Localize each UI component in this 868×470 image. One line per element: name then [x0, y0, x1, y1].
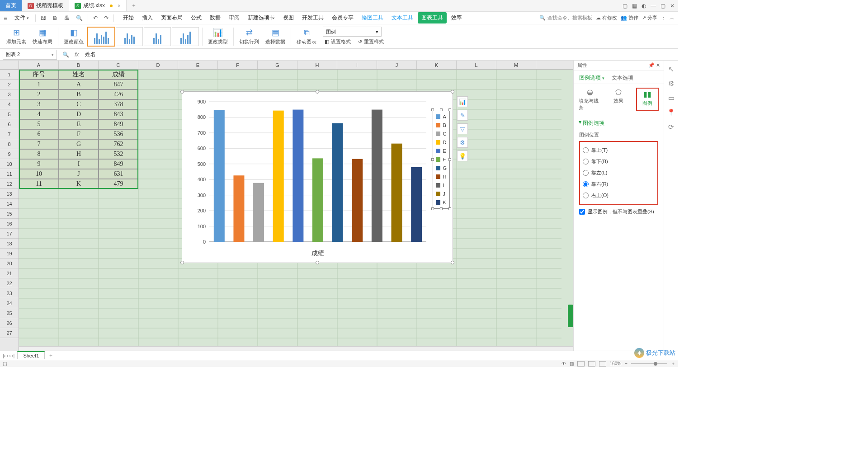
col-header-A[interactable]: A [19, 61, 59, 69]
ribbon-move-chart[interactable]: ⧉移动图表 [294, 24, 319, 48]
chart-legend[interactable]: ABCDEFGHIJK [433, 110, 450, 209]
cell-C6[interactable]: 849 [99, 119, 138, 129]
apps-icon[interactable]: ▦ [632, 3, 637, 9]
cell-A4[interactable]: 3 [19, 99, 59, 109]
collapse-ribbon-icon[interactable]: ︿ [670, 14, 675, 21]
coop-button[interactable]: 👥 协作 [621, 14, 638, 21]
ribbon-change-type[interactable]: 📊更改类型 [205, 24, 231, 48]
tab-template[interactable]: D找稻壳模板 [22, 0, 69, 11]
sheet-next-icon[interactable]: › [9, 353, 11, 358]
row-header-24[interactable]: 24 [0, 298, 19, 308]
resize-handle[interactable] [180, 261, 184, 264]
pin-icon[interactable]: 📌 [648, 62, 655, 68]
legend-options-accordion[interactable]: 图例选项 [579, 118, 658, 129]
menu-chart-tools[interactable]: 图表工具 [418, 12, 447, 24]
col-header-J[interactable]: J [377, 61, 417, 69]
tab-add[interactable]: ＋ [127, 0, 141, 11]
file-menu[interactable]: 文件 [11, 13, 33, 23]
vertical-scroll-thumb[interactable] [568, 305, 573, 327]
sheet-prev-icon[interactable]: ‹ [7, 353, 9, 358]
row-header-25[interactable]: 25 [0, 308, 19, 318]
layout-icon[interactable]: ▢ [623, 3, 627, 9]
row-header-6[interactable]: 6 [0, 119, 19, 129]
row-header-18[interactable]: 18 [0, 239, 19, 249]
skin-icon[interactable]: ◐ [642, 3, 646, 9]
row-header-19[interactable]: 19 [0, 249, 19, 258]
saveas-icon[interactable]: 🗎 [50, 14, 60, 22]
cell-A2[interactable]: 1 [19, 80, 59, 89]
row-header-11[interactable]: 11 [0, 169, 19, 179]
row-header-7[interactable]: 7 [0, 129, 19, 139]
menu-formula[interactable]: 公式 [187, 12, 205, 24]
tab-home[interactable]: 首页 [0, 0, 22, 11]
more-icon[interactable]: ⋮ [661, 15, 666, 21]
col-header-D[interactable]: D [138, 61, 178, 69]
hamburger-icon[interactable]: ≡ [4, 14, 7, 22]
minimize-icon[interactable]: — [651, 3, 656, 9]
menu-pagelayout[interactable]: 页面布局 [157, 12, 186, 24]
cell-C1[interactable]: 成绩 [99, 70, 138, 80]
cell-A10[interactable]: 9 [19, 159, 59, 169]
cell-C4[interactable]: 378 [99, 99, 138, 109]
row-header-4[interactable]: 4 [0, 99, 19, 109]
row-header-23[interactable]: 23 [0, 288, 19, 298]
col-header-K[interactable]: K [417, 61, 457, 69]
cell-B10[interactable]: I [59, 159, 99, 169]
legend-pos-radio-0[interactable]: 靠上(T) [583, 145, 655, 156]
menu-text-tools[interactable]: 文本工具 [388, 12, 417, 24]
row-header-22[interactable]: 22 [0, 278, 19, 288]
legend-dropdown[interactable]: 图例▾ [323, 27, 382, 37]
cell-B8[interactable]: G [59, 139, 99, 149]
cell-C5[interactable]: 843 [99, 109, 138, 119]
status-eye-icon[interactable]: 👁 [561, 361, 566, 366]
reset-style-button[interactable]: ↺ 重置样式 [356, 38, 386, 46]
undo-icon[interactable]: ↶ [91, 14, 100, 22]
row-header-10[interactable]: 10 [0, 159, 19, 169]
rail-style-icon[interactable]: ▭ [668, 94, 675, 102]
row-header-20[interactable]: 20 [0, 258, 19, 268]
resize-handle[interactable] [451, 90, 454, 94]
chart-style-1[interactable] [88, 27, 115, 46]
col-header-G[interactable]: G [258, 61, 297, 69]
close-window-icon[interactable]: ✕ [670, 3, 675, 9]
cell-A12[interactable]: 11 [19, 179, 59, 189]
chart-style-4[interactable] [172, 27, 199, 46]
share-button[interactable]: ↗ 分享 [642, 14, 657, 21]
chart-side-btn-1[interactable]: ✎ [457, 110, 468, 121]
cell-A6[interactable]: 5 [19, 119, 59, 129]
cell-A11[interactable]: 10 [19, 169, 59, 179]
col-header-E[interactable]: E [178, 61, 218, 69]
print-icon[interactable]: 🖶 [62, 14, 72, 22]
chart-style-3[interactable] [144, 27, 171, 46]
ribbon-change-color[interactable]: ◧更改颜色 [61, 24, 86, 48]
cell-C8[interactable]: 762 [99, 139, 138, 149]
maximize-icon[interactable]: ▢ [660, 3, 665, 9]
cell-C3[interactable]: 426 [99, 89, 138, 99]
col-header-H[interactable]: H [297, 61, 337, 69]
menu-insert[interactable]: 插入 [138, 12, 156, 24]
cell-A7[interactable]: 6 [19, 129, 59, 139]
row-header-21[interactable]: 21 [0, 268, 19, 278]
menu-member[interactable]: 会员专享 [328, 12, 357, 24]
legend-pos-radio-3[interactable]: 靠右(R) [583, 179, 655, 190]
resize-handle[interactable] [180, 90, 184, 94]
cell-A1[interactable]: 序号 [19, 70, 59, 80]
set-format-button[interactable]: ◧ 设置格式 [323, 38, 353, 46]
icn-tab-fill[interactable]: ◒填充与线条 [579, 88, 601, 111]
row-header-1[interactable]: 1 [0, 70, 19, 80]
prop-tab-text-options[interactable]: 文本选项 [612, 74, 633, 82]
close-tab-icon[interactable]: × [118, 3, 121, 9]
cell-B12[interactable]: K [59, 179, 99, 189]
cell-B3[interactable]: B [59, 89, 99, 99]
rail-select-icon[interactable]: ↖ [668, 65, 674, 73]
menu-data[interactable]: 数据 [206, 12, 224, 24]
menu-dev[interactable]: 开发工具 [298, 12, 327, 24]
view-break[interactable] [599, 361, 606, 367]
lookup-icon[interactable]: 🔍 [60, 52, 72, 58]
menu-drawing-tools[interactable]: 绘图工具 [358, 12, 387, 24]
status-readmode-icon[interactable]: ▥ [570, 361, 574, 366]
row-header-27[interactable]: 27 [0, 328, 19, 338]
cell-B11[interactable]: J [59, 169, 99, 179]
menu-newtab[interactable]: 新建选项卡 [244, 12, 278, 24]
select-all-corner[interactable] [0, 61, 19, 70]
